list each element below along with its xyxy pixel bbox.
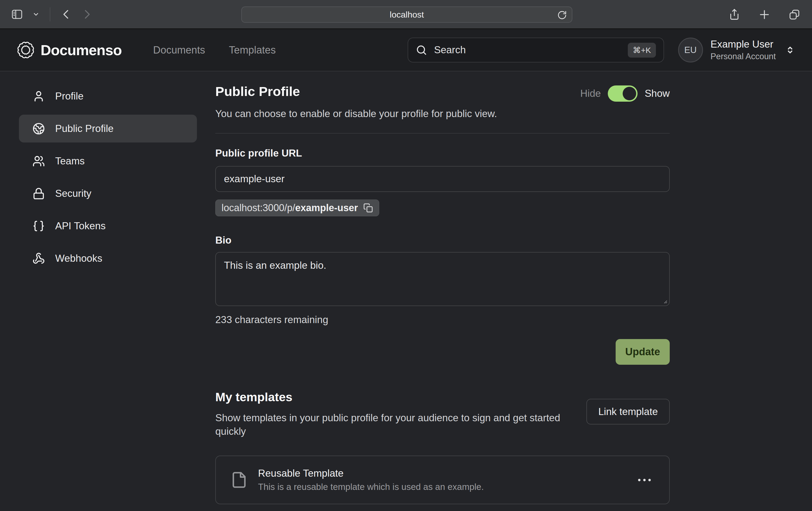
sidebar-item-teams[interactable]: Teams [19,147,197,175]
resize-handle-icon[interactable] [662,298,668,304]
user-account-type: Personal Account [710,52,776,61]
my-templates-title: My templates [215,390,575,404]
sidebar-item-webhooks[interactable]: Webhooks [19,244,197,272]
avatar-initials: EU [684,45,697,55]
file-icon [230,471,248,488]
sidebar-item-profile[interactable]: Profile [19,82,197,110]
user-name: Example User [710,39,776,50]
page-subtitle: You can choose to enable or disable your… [215,108,670,120]
back-button-icon[interactable] [61,9,72,20]
globe-icon [32,122,45,135]
profile-visibility-toggle[interactable] [608,85,638,102]
sidebar-item-api-tokens[interactable]: API Tokens [19,212,197,240]
search-shortcut-badge: ⌘+K [628,43,656,58]
profile-url-label: Public profile URL [215,148,670,159]
user-icon [32,90,45,102]
ellipsis-icon [638,479,640,481]
toggle-hide-label: Hide [580,88,601,99]
address-bar-url: localhost [390,10,424,20]
template-title: Reusable Template [258,468,634,479]
template-card: Reusable Template This is a reusable tem… [215,456,670,504]
global-search[interactable]: ⌘+K [408,37,664,62]
sidebar-item-label: Webhooks [55,253,102,264]
chevrons-up-down-icon [785,45,795,55]
sidebar-item-label: API Tokens [55,220,106,232]
toolbar-separator [50,7,50,21]
app-header: Documenso Documents Templates ⌘+K EU Exa… [0,29,812,71]
toggle-show-label: Show [644,88,670,99]
braces-icon [32,220,45,232]
sidebar-item-label: Public Profile [55,123,114,134]
template-description: This is a reusable template which is use… [258,482,634,492]
link-template-button[interactable]: Link template [586,399,670,424]
template-actions-menu[interactable] [634,475,655,485]
sidebar-item-security[interactable]: Security [19,180,197,207]
forward-button-icon[interactable] [81,9,92,20]
profile-url-preview-text: localhost:3000/p/example-user [222,202,358,214]
address-bar[interactable]: localhost [241,6,572,23]
browser-toolbar: localhost [0,0,812,29]
brand-name: Documenso [40,42,122,58]
bio-char-counter: 233 characters remaining [215,314,670,326]
search-input[interactable] [434,44,628,56]
users-icon [32,155,45,168]
profile-url-input[interactable] [215,166,670,192]
avatar: EU [678,37,703,62]
nav-documents[interactable]: Documents [153,44,205,56]
top-nav: Documents Templates [153,44,276,56]
documenso-logo-icon [17,41,35,59]
page-title: Public Profile [215,84,300,99]
search-icon [416,44,427,56]
public-profile-settings: Public Profile Hide Show You can choose … [215,82,670,504]
lock-icon [32,187,45,200]
toggle-knob [623,87,636,100]
sidebar-item-label: Teams [55,155,85,167]
webhook-icon [32,252,45,265]
bio-label: Bio [215,235,670,246]
sidebar-item-label: Security [55,188,91,199]
toolbar-chevron-down-icon[interactable] [32,11,39,18]
sidebar-toggle-icon[interactable] [11,8,23,21]
nav-templates[interactable]: Templates [229,44,276,56]
sidebar-item-public-profile[interactable]: Public Profile [19,115,197,143]
copy-icon[interactable] [363,203,373,213]
profile-url-preview[interactable]: localhost:3000/p/example-user [215,200,379,216]
new-tab-icon[interactable] [758,9,770,21]
sidebar-item-label: Profile [55,91,84,102]
update-button[interactable]: Update [616,339,670,365]
user-menu[interactable]: EU Example User Personal Account [678,37,795,62]
section-divider [215,133,670,133]
tab-overview-icon[interactable] [788,8,801,21]
settings-sidebar: Profile Public Profile Teams Security AP… [19,82,197,504]
brand[interactable]: Documenso [17,41,122,59]
bio-textarea[interactable]: This is an example bio. [215,252,670,306]
share-icon[interactable] [728,8,741,21]
my-templates-description: Show templates in your public profile fo… [215,411,575,438]
refresh-icon[interactable] [557,10,567,20]
